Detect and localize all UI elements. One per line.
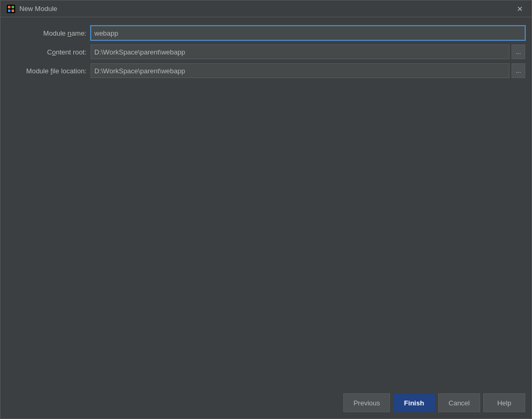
- close-button[interactable]: ✕: [515, 4, 525, 14]
- content-root-browse-button[interactable]: ...: [512, 45, 525, 59]
- content-spacer: [7, 82, 525, 379]
- module-name-input[interactable]: [91, 26, 525, 40]
- module-name-input-container: [91, 26, 525, 40]
- finish-button[interactable]: Finish: [393, 393, 435, 412]
- svg-rect-3: [8, 9, 10, 12]
- dialog-title: New Module: [19, 5, 57, 13]
- svg-rect-2: [12, 6, 14, 8]
- help-button[interactable]: Help: [483, 393, 525, 412]
- module-file-location-label: Module file location:: [7, 67, 91, 75]
- dialog-footer: Previous Finish Cancel Help: [1, 387, 531, 418]
- module-file-location-row: Module file location: ...: [7, 63, 525, 78]
- svg-rect-4: [12, 9, 14, 12]
- module-name-row: Module name:: [7, 26, 525, 40]
- cancel-button[interactable]: Cancel: [438, 393, 480, 412]
- content-root-row: Content root: ...: [7, 45, 525, 59]
- content-root-input-container: ...: [91, 45, 525, 59]
- new-module-dialog: New Module ✕ Module name: Content root: …: [0, 0, 532, 419]
- module-file-location-browse-button[interactable]: ...: [512, 63, 525, 78]
- module-file-location-input[interactable]: [91, 63, 509, 78]
- content-root-label: Content root:: [7, 48, 91, 56]
- previous-button[interactable]: Previous: [343, 393, 390, 412]
- title-bar: New Module ✕: [1, 1, 531, 17]
- svg-rect-1: [8, 6, 10, 8]
- app-icon: [7, 5, 15, 13]
- title-bar-left: New Module: [7, 5, 57, 13]
- content-root-input[interactable]: [91, 45, 509, 59]
- module-name-label: Module name:: [7, 29, 91, 37]
- module-file-location-input-container: ...: [91, 63, 525, 78]
- dialog-content: Module name: Content root: ... Module fi…: [1, 17, 531, 387]
